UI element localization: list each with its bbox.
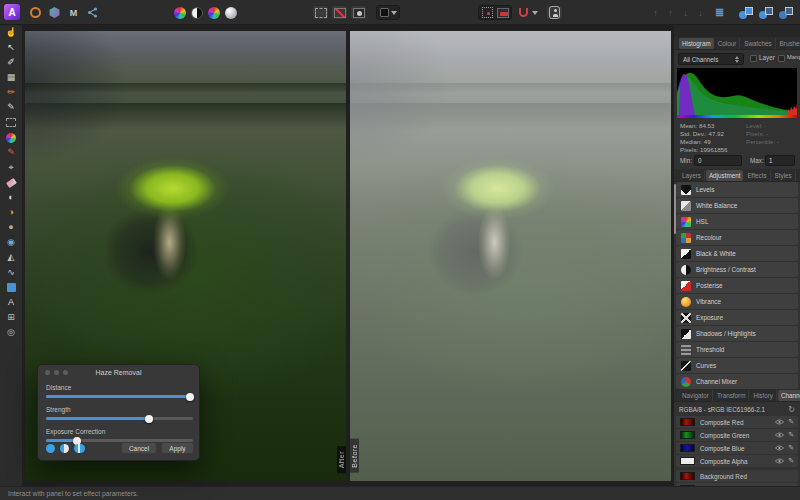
adjustment-white-balance[interactable]: White Balance: [676, 198, 798, 213]
pencil-icon[interactable]: ✎: [788, 444, 794, 452]
tab-swatches[interactable]: Swatches: [741, 38, 775, 49]
alignment-button[interactable]: ≣: [712, 5, 727, 20]
pencil-icon[interactable]: ✎: [788, 418, 794, 426]
layer-checkbox[interactable]: [750, 55, 757, 62]
channel-dropdown[interactable]: All Channels: [678, 53, 744, 65]
adjustment-scrollbar[interactable]: [674, 184, 676, 234]
pixel-alignment-icon[interactable]: [497, 8, 509, 18]
selection-subtract-button[interactable]: [758, 5, 773, 20]
pencil-icon[interactable]: ✎: [788, 431, 794, 439]
adjustment-threshold[interactable]: Threshold: [676, 342, 798, 357]
selection-intersect-button[interactable]: [778, 5, 793, 20]
blur-tool[interactable]: ◉: [0, 235, 22, 250]
auto-contrast-button[interactable]: [189, 5, 204, 20]
quick-mask-button[interactable]: [350, 5, 367, 20]
liquify-persona-icon[interactable]: [28, 5, 43, 20]
tab-transform[interactable]: Transform: [714, 390, 749, 401]
auto-white-balance-button[interactable]: [206, 5, 221, 20]
channel-composite-red[interactable]: Composite Red ✎: [676, 416, 798, 428]
rectangular-marquee-tool[interactable]: [0, 115, 22, 130]
adjustment-recolour[interactable]: Recolour: [676, 230, 798, 245]
burn-tool[interactable]: ◑: [0, 205, 22, 220]
photo-persona-icon[interactable]: A: [4, 4, 20, 20]
eye-icon[interactable]: [775, 432, 784, 438]
haze-removal-dialog[interactable]: Haze Removal Distance Strength Exposure …: [37, 364, 200, 461]
smudge-tool[interactable]: ∿: [0, 265, 22, 280]
tab-brushes[interactable]: Brushes: [777, 38, 800, 49]
assistant-button[interactable]: [546, 5, 563, 20]
tab-history[interactable]: History: [750, 390, 777, 401]
histogram-min-input[interactable]: [694, 155, 742, 166]
snapping-magnet-button[interactable]: [516, 5, 531, 20]
tab-layers[interactable]: Layers: [679, 170, 705, 181]
eye-icon[interactable]: [775, 445, 784, 451]
flood-select-tool[interactable]: ✎: [0, 100, 22, 115]
pencil-icon[interactable]: ✎: [788, 457, 794, 465]
export-persona-icon[interactable]: [85, 5, 100, 20]
channel-composite-blue[interactable]: Composite Blue ✎: [676, 442, 798, 454]
tab-histogram[interactable]: Histogram: [679, 38, 714, 49]
paint-brush-tool[interactable]: ✎: [0, 145, 22, 160]
show-marching-ants-button[interactable]: [312, 5, 329, 20]
adjustment-curves[interactable]: Curves: [676, 358, 798, 373]
show-selection-edges-button[interactable]: [331, 5, 348, 20]
tone-mapping-persona-icon[interactable]: M: [66, 5, 81, 20]
snapping-grid-icon[interactable]: [482, 7, 493, 18]
colour-picker-tool[interactable]: ✐: [0, 55, 22, 70]
develop-persona-icon[interactable]: [47, 5, 62, 20]
move-to-back-button[interactable]: ↓: [693, 5, 708, 20]
adjustment-black-white[interactable]: Black & White: [676, 246, 798, 261]
mesh-warp-tool[interactable]: ⊞: [0, 310, 22, 325]
distance-slider[interactable]: [46, 395, 193, 398]
tab-adjustment[interactable]: Adjustment: [706, 170, 744, 181]
crop-tool[interactable]: ▦: [0, 70, 22, 85]
mirror-view-icon[interactable]: [74, 444, 85, 453]
split-view-icon[interactable]: [60, 444, 69, 453]
sharpen-tool[interactable]: ◭: [0, 250, 22, 265]
marquee-checkbox[interactable]: [778, 55, 785, 62]
colour-wheel-tool[interactable]: [0, 130, 22, 145]
eye-icon[interactable]: [775, 419, 784, 425]
tab-effects[interactable]: Effects: [744, 170, 770, 181]
auto-levels-button[interactable]: [223, 5, 238, 20]
zoom-tool[interactable]: ◎: [0, 325, 22, 340]
sponge-tool[interactable]: ●: [0, 220, 22, 235]
strength-slider[interactable]: [46, 417, 193, 420]
adjustment-exposure[interactable]: Exposure: [676, 310, 798, 325]
move-tool[interactable]: ↖: [0, 40, 22, 55]
shape-tool[interactable]: [0, 280, 22, 295]
move-forward-button[interactable]: ↑: [663, 5, 678, 20]
dodge-tool[interactable]: ◐: [0, 190, 22, 205]
tab-colour[interactable]: Colour: [715, 38, 741, 49]
eye-icon[interactable]: [775, 458, 784, 464]
strength-slider-handle[interactable]: [145, 415, 153, 423]
view-tool[interactable]: ☝: [0, 25, 22, 40]
distance-slider-handle[interactable]: [186, 393, 194, 401]
text-tool[interactable]: A: [0, 295, 22, 310]
adjustment-channel-mixer[interactable]: Channel Mixer: [676, 374, 798, 389]
selection-brush-tool[interactable]: ✏: [0, 85, 22, 100]
eraser-tool[interactable]: [0, 175, 22, 190]
adjustment-brightness-contrast[interactable]: Brightness / Contrast: [676, 262, 798, 277]
clone-stamp-tool[interactable]: ⌖: [0, 160, 22, 175]
cancel-button[interactable]: Cancel: [121, 442, 157, 454]
before-image[interactable]: Before: [350, 31, 671, 481]
adjustment-shadows-highlights[interactable]: Shadows / Highlights: [676, 326, 798, 341]
apply-button[interactable]: Apply: [161, 442, 194, 454]
auto-colours-button[interactable]: [172, 5, 187, 20]
refresh-icon[interactable]: ↻: [788, 405, 795, 414]
snapping-dropdown[interactable]: [531, 5, 539, 20]
adjustment-levels[interactable]: Levels: [676, 182, 798, 197]
channel-composite-alpha[interactable]: Composite Alpha ✎: [676, 455, 798, 467]
tab-channels[interactable]: Channels: [778, 390, 800, 401]
channel-background-red[interactable]: Background Red: [676, 470, 798, 482]
single-view-icon[interactable]: [46, 444, 55, 453]
document-canvas[interactable]: After Before Haze Removal Distance Stren…: [22, 25, 674, 486]
adjustment-hsl[interactable]: HSL: [676, 214, 798, 229]
channel-composite-green[interactable]: Composite Green ✎: [676, 429, 798, 441]
move-backward-button[interactable]: ↓: [678, 5, 693, 20]
tab-styles[interactable]: Styles: [772, 170, 796, 181]
selection-mode-dropdown[interactable]: [376, 5, 400, 20]
adjustment-vibrance[interactable]: Vibrance: [676, 294, 798, 309]
tab-navigator[interactable]: Navigator: [679, 390, 713, 401]
